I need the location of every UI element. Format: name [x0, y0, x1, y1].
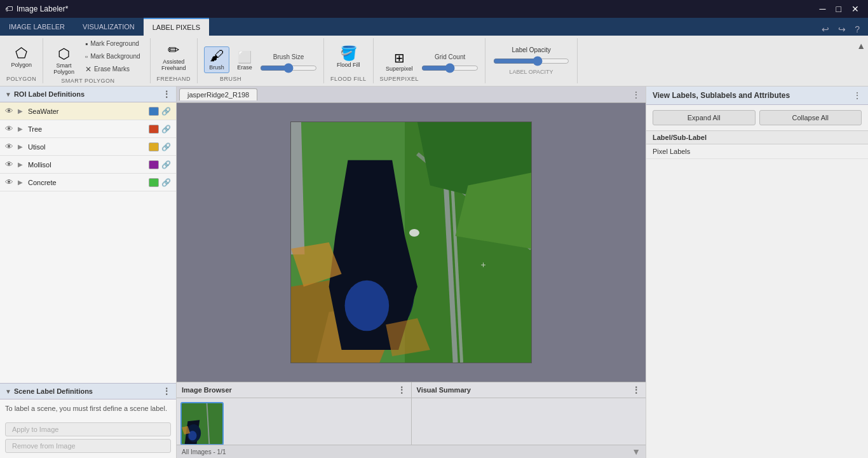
label-row-utisol[interactable]: 👁 ▶ Utisol 🔗: [0, 138, 176, 156]
expand-all-button[interactable]: Expand All: [653, 110, 756, 125]
bottom-scroll-button[interactable]: ▼: [632, 447, 641, 457]
mark-foreground-button[interactable]: ▪ Mark Foreground: [82, 38, 144, 50]
apply-to-image-button[interactable]: Apply to Image: [5, 422, 171, 436]
smart-polygon-icon: ⬡: [58, 47, 70, 61]
menu-tabs: IMAGE LABELER VISUALIZATION LABEL PIXELS…: [0, 18, 868, 36]
right-panel-title: View Labels, Sublabels and Attributes: [653, 91, 790, 100]
tab-label-pixels[interactable]: LABEL PIXELS: [144, 18, 209, 36]
mollisol-visibility-icon[interactable]: 👁: [5, 160, 15, 169]
utisol-color-swatch: [149, 142, 159, 151]
brush-size-slider[interactable]: [260, 63, 317, 73]
image-browser-menu-icon[interactable]: ⋮: [397, 385, 406, 395]
tab-image-labeler[interactable]: IMAGE LABELER: [0, 18, 74, 36]
utisol-expand-icon[interactable]: ▶: [18, 143, 25, 150]
brush-group-label: BRUSH: [220, 74, 241, 82]
flood-fill-label: Flood Fill: [337, 62, 360, 68]
mark-background-button[interactable]: ▫ Mark Background: [82, 51, 144, 62]
roi-section-header[interactable]: ▼ ROI Label Definitions ⋮: [0, 87, 176, 102]
label-opacity-group-label: LABEL OPACITY: [510, 69, 553, 75]
ribbon-group-flood-fill: 🪣 Flood Fill FLOOD FILL: [324, 38, 374, 83]
right-panel: View Labels, Sublabels and Attributes ⋮ …: [646, 87, 868, 458]
mollisol-expand-icon[interactable]: ▶: [18, 161, 25, 168]
title-bar: 🏷 Image Labeler* ─ □ ✕: [0, 0, 868, 18]
image-canvas-area[interactable]: +: [177, 103, 646, 382]
seawater-visibility-icon[interactable]: 👁: [5, 106, 15, 116]
undo-button[interactable]: ↩: [818, 23, 832, 36]
tree-expand-icon[interactable]: ▶: [18, 125, 25, 132]
grid-count-slider[interactable]: [421, 63, 478, 73]
tree-visibility-icon[interactable]: 👁: [5, 124, 15, 134]
tree-label: Tree: [28, 125, 146, 133]
utisol-link-icon[interactable]: 🔗: [161, 142, 171, 151]
seawater-label: SeaWater: [28, 108, 146, 115]
app-title: Image Labeler*: [17, 4, 68, 13]
maximize-button[interactable]: □: [832, 3, 845, 15]
scene-section-title: Scene Label Definitions: [14, 387, 93, 395]
svg-point-7: [345, 281, 390, 331]
concrete-link-icon[interactable]: 🔗: [161, 178, 171, 187]
tree-color-swatch: [149, 125, 159, 134]
flood-fill-tool[interactable]: 🪣 Flood Fill: [333, 44, 364, 71]
image-tab-menu-icon[interactable]: ⋮: [629, 90, 643, 100]
erase-tool[interactable]: ⬜ Erase: [232, 49, 257, 73]
tab-visualization[interactable]: VISUALIZATION: [74, 18, 144, 36]
mollisol-link-icon[interactable]: 🔗: [161, 160, 171, 169]
seawater-expand-icon[interactable]: ▶: [18, 108, 25, 114]
all-images-text: All Images - 1/1: [182, 448, 226, 455]
concrete-visibility-icon[interactable]: 👁: [5, 177, 15, 187]
erase-marks-button[interactable]: ✕ Erase Marks: [82, 64, 144, 75]
seawater-color-swatch: [149, 107, 159, 116]
seawater-link-icon[interactable]: 🔗: [161, 107, 171, 116]
assisted-freehand-tool[interactable]: ✏ AssistedFreehand: [158, 41, 190, 74]
roi-section-menu-icon[interactable]: ⋮: [162, 89, 171, 99]
smart-polygon-tool[interactable]: ⬡ SmartPolygon: [50, 45, 78, 78]
scene-section-menu-icon[interactable]: ⋮: [162, 386, 171, 396]
close-button[interactable]: ✕: [848, 3, 863, 15]
help-button[interactable]: ?: [851, 23, 863, 36]
image-browser-title: Image Browser: [182, 386, 232, 394]
label-row-mollisol[interactable]: 👁 ▶ Mollisol 🔗: [0, 156, 176, 174]
grid-count-label: Grid Count: [435, 53, 465, 60]
right-panel-menu-icon[interactable]: ⋮: [853, 90, 862, 101]
right-panel-buttons: Expand All Collapse All: [646, 105, 868, 131]
superpixel-tool[interactable]: ⊞ Superpixel: [382, 49, 417, 74]
concrete-label: Concrete: [28, 179, 146, 186]
label-row-tree[interactable]: 👁 ▶ Tree 🔗: [0, 120, 176, 138]
image-tab-bar: jasperRidge2_R198 ⋮: [177, 87, 646, 103]
collapse-all-button[interactable]: Collapse All: [759, 110, 862, 125]
image-browser-section-header: Image Browser ⋮: [177, 382, 412, 398]
satellite-image: +: [290, 121, 532, 363]
erase-marks-icon: ✕: [85, 65, 92, 74]
tree-link-icon[interactable]: 🔗: [161, 125, 171, 134]
brush-icon: 🖌: [210, 49, 224, 63]
concrete-expand-icon[interactable]: ▶: [18, 179, 25, 186]
ribbon-collapse-button[interactable]: ▲: [854, 38, 868, 83]
mollisol-label: Mollisol: [28, 161, 146, 169]
brush-tool[interactable]: 🖌 Brush: [204, 46, 229, 73]
ribbon-group-label-opacity: Label Opacity LABEL OPACITY: [485, 38, 578, 83]
image-tab[interactable]: jasperRidge2_R198: [179, 88, 257, 101]
visual-summary-menu-icon[interactable]: ⋮: [632, 385, 641, 395]
image-browser-content: [177, 398, 412, 445]
superpixel-group-label: SUPERPIXEL: [380, 74, 419, 82]
flood-fill-group-label: FLOOD FILL: [330, 74, 367, 82]
label-sublabel-col-header: Label/Sub-Label: [653, 134, 707, 141]
ribbon-group-superpixel: ⊞ Superpixel SUPERPIXEL Grid Count: [374, 38, 486, 83]
minimize-button[interactable]: ─: [816, 3, 830, 15]
utisol-label: Utisol: [28, 143, 146, 151]
label-opacity-label: Label Opacity: [512, 46, 551, 53]
remove-from-image-button[interactable]: Remove from Image: [5, 439, 171, 453]
label-row-concrete[interactable]: 👁 ▶ Concrete 🔗: [0, 174, 176, 191]
freehand-group-label: FREEHAND: [157, 74, 191, 82]
redo-button[interactable]: ↪: [835, 23, 849, 36]
superpixel-icon: ⊞: [394, 52, 405, 64]
label-row-seawater[interactable]: 👁 ▶ SeaWater 🔗: [0, 102, 176, 120]
label-opacity-slider[interactable]: [493, 56, 569, 66]
mark-foreground-label: Mark Foreground: [90, 40, 139, 47]
scene-section-header[interactable]: ▼ Scene Label Definitions ⋮: [0, 384, 176, 399]
polygon-tool[interactable]: ⬠ Polygon: [7, 44, 36, 71]
utisol-visibility-icon[interactable]: 👁: [5, 142, 15, 151]
mark-background-icon: ▫: [85, 52, 88, 61]
thumbnail-image[interactable]: [180, 402, 224, 445]
right-panel-row-pixel-labels: Pixel Labels: [646, 144, 868, 159]
